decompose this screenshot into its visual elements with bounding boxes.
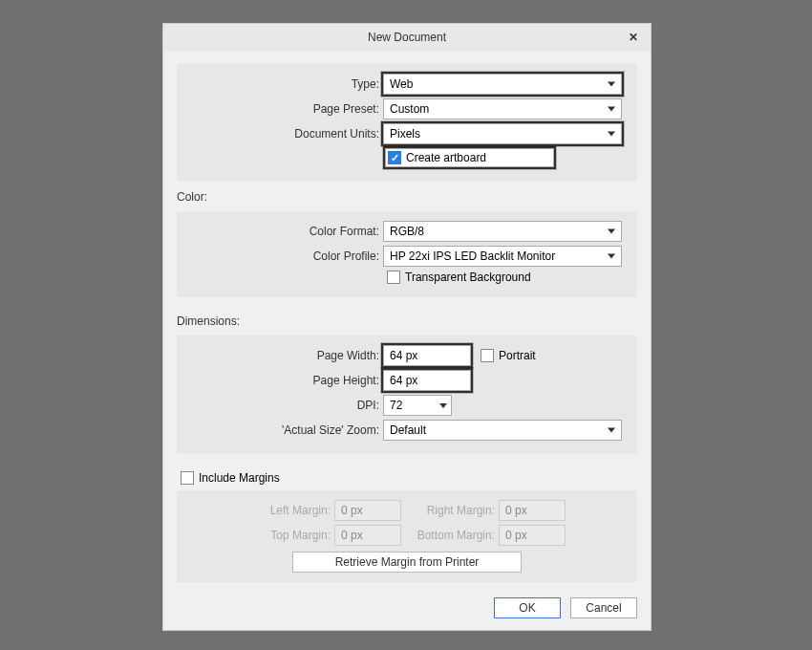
top-margin-input[interactable]: 0 px (334, 525, 401, 546)
create-artboard-label: Create artboard (406, 151, 486, 164)
dpi-value: 72 (390, 399, 402, 412)
color-section-label: Color: (177, 190, 637, 204)
page-height-value: 64 px (390, 374, 417, 387)
right-margin-label: Right Margin: (413, 504, 499, 517)
transparent-bg-row[interactable]: Transparent Background (387, 271, 628, 284)
create-artboard-row[interactable]: Create artboard (385, 148, 554, 167)
page-preset-value: Custom (390, 102, 429, 116)
color-format-value: RGB/8 (390, 225, 424, 238)
cancel-button[interactable]: Cancel (570, 597, 637, 618)
chevron-down-icon (608, 132, 615, 137)
dialog-content: Type: Web Page Preset: Custom Document U… (163, 51, 651, 592)
top-margin-label: Top Margin: (248, 529, 334, 542)
page-preset-label: Page Preset: (186, 102, 383, 116)
chevron-down-icon (608, 254, 615, 259)
new-document-dialog: New Document ✕ Type: Web Page Preset: Cu… (162, 23, 652, 631)
color-profile-value: HP 22xi IPS LED Backlit Monitor (390, 249, 555, 263)
page-height-label: Page Height: (186, 374, 383, 387)
dimensions-section-label: Dimensions: (177, 314, 637, 328)
color-format-label: Color Format: (186, 225, 383, 238)
ok-button[interactable]: OK (494, 597, 561, 618)
document-units-label: Document Units: (186, 127, 383, 141)
page-width-value: 64 px (390, 349, 417, 362)
chevron-down-icon (608, 82, 615, 87)
transparent-bg-checkbox[interactable] (387, 271, 400, 284)
titlebar: New Document ✕ (163, 24, 651, 51)
retrieve-margin-button[interactable]: Retrieve Margin from Printer (292, 552, 522, 573)
dpi-label: DPI: (186, 399, 383, 412)
actual-size-zoom-dropdown[interactable]: Default (383, 420, 622, 441)
actual-size-zoom-label: 'Actual Size' Zoom: (186, 423, 383, 437)
dialog-footer: OK Cancel (163, 592, 651, 630)
color-format-dropdown[interactable]: RGB/8 (383, 221, 622, 242)
left-margin-input[interactable]: 0 px (334, 500, 401, 521)
type-label: Type: (186, 77, 383, 91)
document-units-value: Pixels (390, 127, 420, 141)
create-artboard-checkbox[interactable] (388, 151, 401, 164)
close-icon: ✕ (629, 31, 638, 44)
dialog-title: New Document (368, 31, 446, 44)
page-preset-dropdown[interactable]: Custom (383, 98, 622, 119)
color-profile-dropdown[interactable]: HP 22xi IPS LED Backlit Monitor (383, 246, 622, 267)
bottom-margin-label: Bottom Margin: (413, 529, 499, 542)
include-margins-checkbox[interactable] (181, 471, 194, 485)
margins-group: Left Margin: 0 px Right Margin: 0 px Top… (177, 490, 637, 582)
type-dropdown[interactable]: Web (383, 74, 622, 95)
right-margin-input[interactable]: 0 px (499, 500, 566, 521)
section-color-header: Color: Color Format: RGB/8 Color Profile… (177, 190, 637, 305)
document-units-dropdown[interactable]: Pixels (383, 123, 622, 144)
chevron-down-icon (439, 403, 447, 408)
page-width-label: Page Width: (186, 349, 383, 362)
include-margins-label: Include Margins (199, 471, 280, 485)
bottom-margin-input[interactable]: 0 px (499, 525, 566, 546)
section-type: Type: Web Page Preset: Custom Document U… (177, 64, 637, 181)
page-width-input[interactable]: 64 px (383, 345, 471, 366)
chevron-down-icon (608, 107, 615, 112)
chevron-down-icon (608, 229, 615, 234)
portrait-label: Portrait (499, 349, 536, 362)
left-margin-label: Left Margin: (248, 504, 334, 517)
dpi-input[interactable]: 72 (383, 395, 452, 416)
include-margins-row[interactable]: Include Margins (177, 471, 637, 485)
portrait-checkbox[interactable] (481, 349, 494, 362)
chevron-down-icon (608, 428, 615, 433)
section-dimensions-header: Dimensions: Page Width: 64 px Portrait P… (177, 314, 637, 462)
color-profile-label: Color Profile: (186, 249, 383, 263)
page-height-input[interactable]: 64 px (383, 370, 471, 391)
close-button[interactable]: ✕ (624, 28, 643, 47)
dpi-dropdown-button[interactable] (435, 395, 452, 416)
transparent-bg-label: Transparent Background (405, 271, 531, 284)
actual-size-zoom-value: Default (390, 423, 426, 437)
type-value: Web (390, 77, 413, 91)
